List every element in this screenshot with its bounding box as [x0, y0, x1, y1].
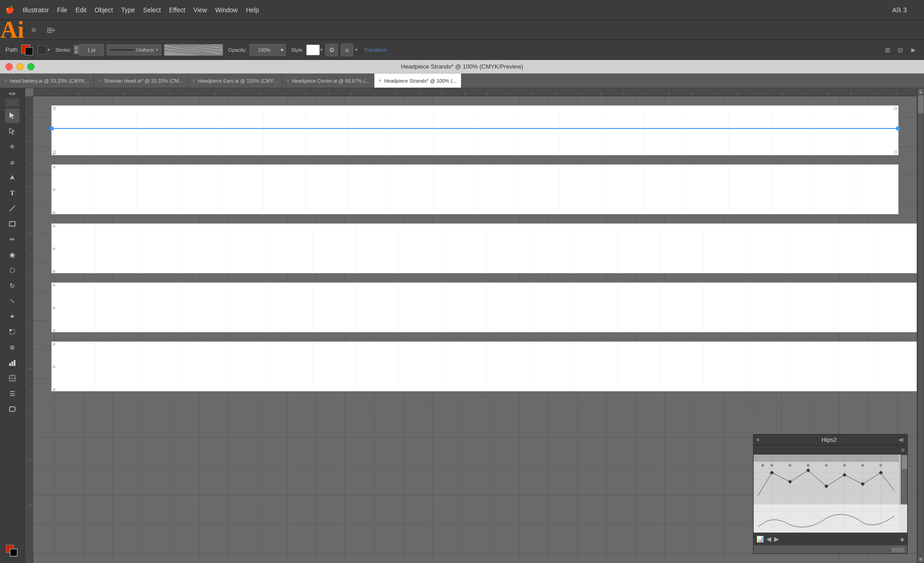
stroke-up-arrow[interactable]: ▲ [74, 45, 79, 49]
menu-illustrator[interactable]: Illustrator [23, 6, 49, 14]
panel-scrollbar-thumb[interactable] [902, 455, 907, 469]
right-scrollbar[interactable]: ▲ ▼ [917, 88, 924, 563]
panel-graph-icon[interactable]: 📊 [756, 536, 764, 543]
pen-tool-icon [8, 173, 16, 182]
tool-rect[interactable] [5, 217, 20, 231]
main-layout: ◀ ▶ ⋮⋮⋮ ✳ ⌀ T [0, 88, 924, 563]
menu-effect[interactable]: Effect [169, 6, 185, 14]
menu-edit[interactable]: Edit [75, 6, 86, 14]
panel-keyframe-button[interactable]: ◈ [900, 536, 904, 543]
tool-lasso[interactable]: ⌀ [5, 155, 20, 169]
menu-select[interactable]: Select [143, 6, 161, 14]
svg-point-143 [53, 247, 55, 250]
stroke-value-widget[interactable]: ▲ ▼ [74, 44, 104, 56]
tool-magic-wand[interactable]: ✳ [5, 139, 20, 154]
tool-pen[interactable] [5, 170, 20, 185]
menu-file[interactable]: File [57, 6, 68, 14]
menu-help[interactable]: Help [246, 6, 259, 14]
opacity-input[interactable] [249, 44, 279, 56]
bridge-button[interactable]: Br [25, 20, 43, 40]
tool-type[interactable]: T [5, 186, 20, 200]
doc-tab-4[interactable]: × Headpiece Strands* @ 100% (... [374, 74, 462, 88]
tool-graph[interactable] [5, 356, 20, 370]
vertical-ruler [25, 96, 33, 563]
scroll-thumb[interactable] [918, 95, 924, 114]
tool-line[interactable] [5, 201, 20, 216]
doc-tab-1[interactable]: × Shaman Head.ai* @ 33.33% (CM... [94, 74, 188, 88]
stroke-input[interactable] [79, 44, 104, 56]
fx-button[interactable]: ⧈ [341, 44, 353, 56]
align-icon[interactable]: ⊞ [882, 44, 893, 55]
doc-tab-3[interactable]: × Headpiece Center.ai @ 66.67% (... [282, 74, 374, 88]
distribute-icon[interactable]: ⊟ [895, 44, 906, 55]
hips2-panel-title: Hips2 [821, 436, 836, 443]
panel-prev-frame-button[interactable]: ◀ [766, 535, 771, 543]
fill-stroke-indicator[interactable] [6, 545, 19, 558]
apple-menu[interactable]: 🍎 [5, 5, 15, 14]
chevron-right-icon[interactable]: ▶ [908, 44, 919, 55]
workspace-switcher[interactable]: ⊞ ▾ [43, 20, 59, 40]
scroll-down-button[interactable]: ▼ [918, 557, 924, 562]
tool-selection[interactable] [5, 109, 20, 123]
svg-rect-12 [10, 329, 11, 331]
settings-button[interactable]: ⚙ [325, 44, 338, 56]
tool-rotate[interactable]: ↻ [5, 278, 20, 293]
tool-direct-select[interactable] [5, 124, 20, 138]
menu-window[interactable]: Window [215, 6, 238, 14]
fill-stroke-widget[interactable] [20, 44, 35, 56]
transform-button[interactable]: Transform [364, 47, 387, 53]
menu-type[interactable]: Type [121, 6, 135, 14]
minimize-window-button[interactable] [16, 63, 24, 70]
doc-tab-2[interactable]: × Headpiece Ears.ai @ 150% (CMY... [188, 74, 282, 88]
svg-point-142 [53, 225, 55, 227]
close-tab-3[interactable]: × [287, 78, 289, 83]
close-tab-0[interactable]: × [5, 78, 7, 83]
direct-select-icon [8, 127, 16, 135]
close-tab-4[interactable]: × [379, 78, 382, 83]
h-ruler-svg: // Generate tick marks via inline - won'… [33, 88, 917, 96]
stroke-down-arrow[interactable]: ▼ [74, 50, 79, 54]
doc-tab-0[interactable]: × head battery.ai @ 33.33% (CMYK... [0, 74, 94, 88]
close-tab-2[interactable]: × [193, 78, 195, 83]
svg-point-165 [53, 306, 55, 309]
panel-options-bar: ≡ [754, 445, 907, 454]
panel-timeline-area[interactable] [754, 454, 907, 504]
panel-v-scrollbar[interactable] [901, 454, 907, 504]
svg-rect-13 [9, 363, 11, 366]
free-transform-icon [8, 328, 16, 336]
symbol-sprayer-icon: ⊚ [10, 344, 15, 351]
color-mode-widget[interactable]: ▾ [38, 45, 50, 54]
hips2-panel[interactable]: × Hips2 ≪ ≡ [753, 434, 908, 554]
collapse-right-icon[interactable]: ▶ [13, 91, 16, 96]
tool-scale[interactable]: ⤡ [5, 294, 20, 308]
tool-symbol-sprayer[interactable]: ⊚ [5, 340, 20, 355]
stroke-style-dropdown[interactable]: Uniform ▾ [107, 44, 161, 55]
style-widget[interactable]: ▾ [306, 44, 323, 55]
close-tab-1[interactable]: × [99, 78, 101, 83]
panel-menu-btn[interactable]: ≡ [901, 447, 904, 453]
tool-rect2[interactable] [5, 402, 20, 416]
hatch-pattern-widget[interactable]: ▾ [164, 44, 223, 56]
workspace-chevron: ▾ [53, 28, 55, 33]
menu-view[interactable]: View [194, 6, 207, 14]
collapse-left-icon[interactable]: ◀ [8, 91, 12, 96]
tool-eraser[interactable]: ⬡ [5, 263, 20, 277]
close-window-button[interactable] [5, 63, 13, 70]
tool-free-transform[interactable] [5, 325, 20, 339]
panel-close-button[interactable]: × [756, 437, 760, 443]
tool-slice[interactable]: ☰ [5, 386, 20, 401]
menu-object[interactable]: Object [94, 6, 113, 14]
pencil-icon: ✏ [10, 236, 15, 243]
tool-blob-brush[interactable]: ◉ [5, 247, 20, 262]
opacity-widget[interactable]: ▶ [249, 44, 286, 56]
tool-puppet-warp[interactable]: ✦ [5, 309, 20, 324]
tool-pencil[interactable]: ✏ [5, 232, 20, 247]
tool-artboard[interactable] [5, 371, 20, 385]
effects-widget[interactable]: ⧈ ▾ [341, 44, 358, 56]
canvas-area[interactable]: // Generate tick marks via inline - won'… [25, 88, 917, 563]
panel-expand-button[interactable]: ≪ [899, 437, 904, 443]
scroll-up-button[interactable]: ▲ [918, 89, 924, 94]
opacity-play-btn[interactable]: ▶ [279, 44, 286, 56]
maximize-window-button[interactable] [27, 63, 35, 70]
panel-play-button[interactable]: ▶ [774, 535, 779, 543]
